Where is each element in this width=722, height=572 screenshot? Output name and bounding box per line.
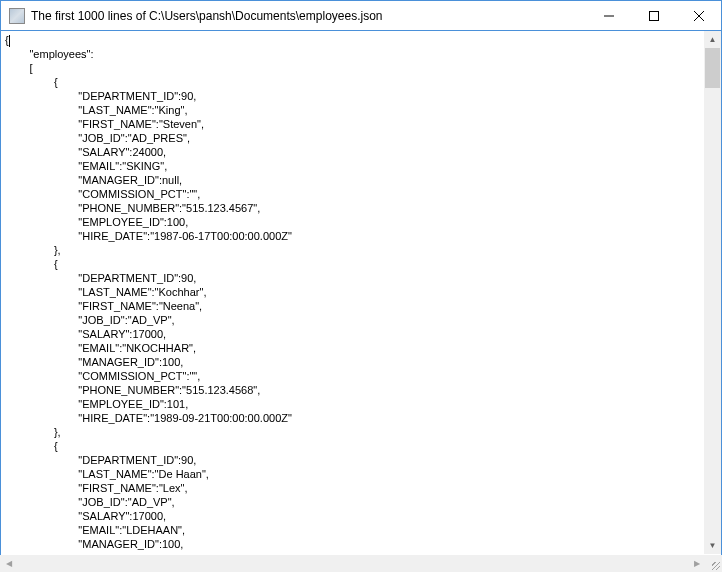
vertical-scrollbar[interactable]: ▲ ▼ (704, 31, 721, 554)
titlebar[interactable]: The first 1000 lines of C:\Users\pansh\D… (1, 1, 721, 31)
scroll-right-arrow[interactable]: ▶ (688, 555, 705, 572)
maximize-button[interactable] (631, 1, 676, 30)
content-area: { "employees": [ { "DEPARTMENT_ID":90, "… (1, 31, 721, 554)
scroll-down-arrow[interactable]: ▼ (704, 537, 721, 554)
vertical-scroll-thumb[interactable] (705, 48, 720, 88)
resize-grip[interactable] (705, 555, 722, 572)
minimize-button[interactable] (586, 1, 631, 30)
window-controls (586, 1, 721, 30)
scroll-left-arrow[interactable]: ◀ (0, 555, 17, 572)
scroll-up-arrow[interactable]: ▲ (704, 31, 721, 48)
horizontal-scrollbar[interactable]: ◀ ▶ (0, 555, 705, 572)
close-button[interactable] (676, 1, 721, 30)
window-title: The first 1000 lines of C:\Users\pansh\D… (31, 9, 586, 23)
json-text[interactable]: { "employees": [ { "DEPARTMENT_ID":90, "… (1, 31, 704, 554)
app-icon (9, 8, 25, 24)
text-cursor (9, 35, 10, 47)
svg-rect-1 (649, 11, 658, 20)
